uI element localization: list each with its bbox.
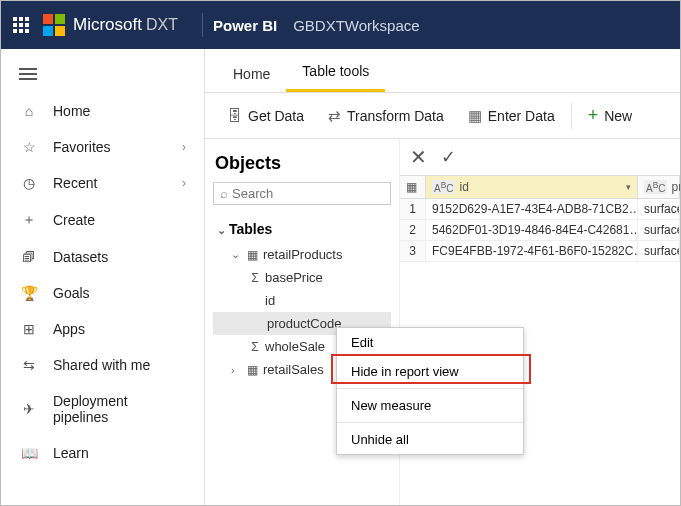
nav-label: Goals (53, 285, 186, 301)
hamburger-icon[interactable] (1, 55, 204, 93)
tab-table-tools[interactable]: Table tools (286, 51, 385, 92)
row-number: 2 (400, 220, 426, 240)
tab-strip: Home Table tools (205, 49, 680, 93)
ribbon-label: Enter Data (488, 108, 555, 124)
rocket-icon: ✈ (19, 401, 39, 417)
nav-favorites[interactable]: ☆Favorites› (1, 129, 204, 165)
type-text-icon: ABC (644, 180, 667, 194)
ribbon-separator (571, 103, 572, 129)
tree-table-retailproducts[interactable]: ⌄▦retailProducts (213, 243, 391, 266)
row-number: 3 (400, 241, 426, 261)
ctx-hide-in-report-view[interactable]: Hide in report view (337, 357, 523, 386)
dxt-label: DXT (146, 16, 178, 34)
topbar-separator (202, 13, 203, 37)
caret-down-icon: ⌄ (217, 224, 227, 237)
table-row[interactable]: 2 5462DF01-3D19-4846-84E4-C42681… surfac… (400, 220, 680, 241)
transform-icon: ⇄ (328, 107, 341, 125)
sigma-icon: Σ (249, 340, 261, 354)
table-row[interactable]: 3 FC9E4FBB-1972-4F61-B6F0-15282C… surfac… (400, 241, 680, 262)
row-number: 1 (400, 199, 426, 219)
home-icon: ⌂ (19, 103, 39, 119)
tables-header[interactable]: ⌄Tables (213, 217, 391, 243)
transform-data-button[interactable]: ⇄Transform Data (316, 107, 456, 125)
nav-datasets[interactable]: 🗊Datasets (1, 239, 204, 275)
nav-label: Shared with me (53, 357, 186, 373)
tree-field-id[interactable]: id (213, 289, 391, 312)
shared-icon: ⇆ (19, 357, 39, 373)
nav-home[interactable]: ⌂Home (1, 93, 204, 129)
search-input-wrapper[interactable]: ⌕ (213, 182, 391, 205)
table-icon: ▦ (247, 248, 259, 262)
col-header-pc[interactable]: ABCprc (638, 176, 680, 198)
nav-label: Recent (53, 175, 182, 191)
brand-label: Microsoft (73, 15, 142, 35)
left-nav: ⌂Home ☆Favorites› ◷Recent› ＋Create 🗊Data… (1, 49, 205, 506)
database-icon: 🗄 (227, 107, 242, 124)
close-icon[interactable]: ✕ (410, 145, 427, 169)
ribbon-label: New (604, 108, 632, 124)
nav-label: Deployment pipelines (53, 393, 186, 425)
tree-field-baseprice[interactable]: ΣbasePrice (213, 266, 391, 289)
table-row[interactable]: 1 9152D629-A1E7-43E4-ADB8-71CB2… surface (400, 199, 680, 220)
caret-down-icon: ⌄ (231, 248, 241, 261)
search-input[interactable] (232, 186, 384, 201)
nav-recent[interactable]: ◷Recent› (1, 165, 204, 201)
chevron-right-icon: › (182, 140, 186, 154)
microsoft-logo-icon (43, 14, 65, 36)
grid-toolbar: ✕ ✓ (400, 139, 680, 175)
chevron-right-icon: › (182, 176, 186, 190)
grid-icon: ▦ (468, 107, 482, 125)
plus-icon: + (588, 105, 599, 126)
ctx-unhide-all[interactable]: Unhide all (337, 425, 523, 454)
ribbon-label: Get Data (248, 108, 304, 124)
cell-pc: surface (638, 199, 680, 219)
grid-header: ▦ ABCid▾ ABCprc (400, 175, 680, 199)
nav-create[interactable]: ＋Create (1, 201, 204, 239)
search-icon: ⌕ (220, 186, 228, 201)
datasets-icon: 🗊 (19, 249, 39, 265)
trophy-icon: 🏆 (19, 285, 39, 301)
nav-learn[interactable]: 📖Learn (1, 435, 204, 471)
tab-home[interactable]: Home (217, 54, 286, 92)
type-text-icon: ABC (432, 180, 455, 194)
nav-shared[interactable]: ⇆Shared with me (1, 347, 204, 383)
clock-icon: ◷ (19, 175, 39, 191)
plus-icon: ＋ (19, 211, 39, 229)
menu-divider (337, 388, 523, 389)
ribbon: 🗄Get Data ⇄Transform Data ▦Enter Data +N… (205, 93, 680, 139)
cell-id: 5462DF01-3D19-4846-84E4-C42681… (426, 220, 638, 240)
nav-apps[interactable]: ⊞Apps (1, 311, 204, 347)
dropdown-icon[interactable]: ▾ (626, 182, 631, 192)
nav-label: Create (53, 212, 186, 228)
sigma-icon: Σ (249, 271, 261, 285)
nav-label: Home (53, 103, 186, 119)
nav-label: Apps (53, 321, 186, 337)
cell-id: FC9E4FBB-1972-4F61-B6F0-15282C… (426, 241, 638, 261)
star-icon: ☆ (19, 139, 39, 155)
app-launcher-icon[interactable] (13, 17, 29, 33)
nav-pipelines[interactable]: ✈Deployment pipelines (1, 383, 204, 435)
ctx-new-measure[interactable]: New measure (337, 391, 523, 420)
table-icon: ▦ (247, 363, 259, 377)
table-icon: ▦ (406, 180, 417, 194)
cell-pc: surface (638, 241, 680, 261)
new-button[interactable]: +New (576, 105, 645, 126)
nav-goals[interactable]: 🏆Goals (1, 275, 204, 311)
nav-label: Datasets (53, 249, 186, 265)
col-header-id[interactable]: ABCid▾ (426, 176, 638, 198)
menu-divider (337, 422, 523, 423)
check-icon[interactable]: ✓ (441, 146, 456, 168)
get-data-button[interactable]: 🗄Get Data (215, 107, 316, 124)
cell-id: 9152D629-A1E7-43E4-ADB8-71CB2… (426, 199, 638, 219)
nav-label: Favorites (53, 139, 182, 155)
workspace-label: GBDXTWorkspace (293, 17, 419, 34)
enter-data-button[interactable]: ▦Enter Data (456, 107, 567, 125)
row-header-corner[interactable]: ▦ (400, 176, 426, 198)
apps-icon: ⊞ (19, 321, 39, 337)
top-bar: Microsoft DXT Power BI GBDXTWorkspace (1, 1, 680, 49)
book-icon: 📖 (19, 445, 39, 461)
cell-pc: surface (638, 220, 680, 240)
context-menu: Edit Hide in report view New measure Unh… (336, 327, 524, 455)
ctx-edit[interactable]: Edit (337, 328, 523, 357)
objects-title: Objects (215, 153, 389, 174)
